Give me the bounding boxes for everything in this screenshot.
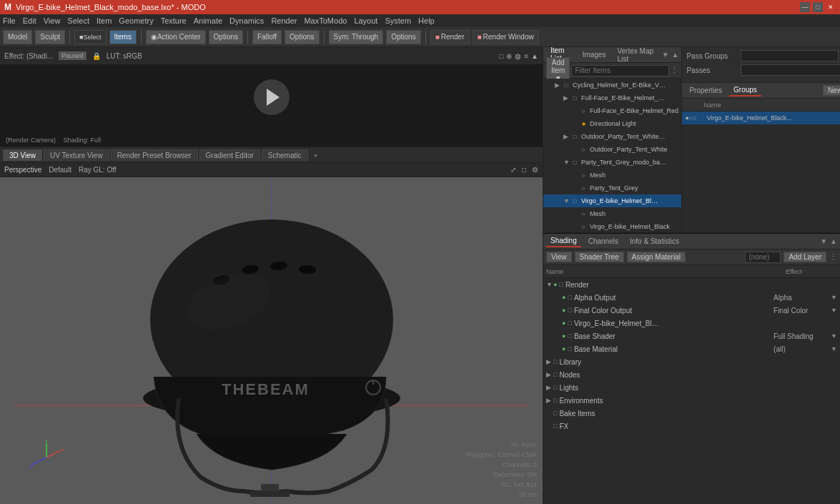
shading-row-nodes[interactable]: ▶ □ Nodes bbox=[543, 368, 840, 381]
tab-schematic[interactable]: Schematic bbox=[262, 149, 308, 161]
shading-content[interactable]: ▼ ● □ Render ● □ Alpha Output Alpha ▼ ● bbox=[543, 278, 840, 504]
shading-expand[interactable]: ▲ bbox=[830, 237, 837, 245]
item-row[interactable]: ▶ □ Full-Face_E-Bike_Helmet_Red_modo_ba.… bbox=[543, 92, 681, 104]
shading-filter-input[interactable] bbox=[745, 252, 781, 263]
render-btn[interactable]: ■ Render bbox=[430, 30, 470, 44]
item-row[interactable]: ▼ □ Party_Tent_Grey_modo_base.lxo* bbox=[543, 156, 681, 169]
assign-material-btn[interactable]: Assign Material bbox=[627, 252, 686, 262]
item-row[interactable]: ▶ □ Cycling_Helmet_for_E-Bike_Virgo_Whi.… bbox=[543, 79, 681, 92]
menu-dynamics[interactable]: Dynamics bbox=[229, 16, 264, 25]
viewport-type[interactable]: Perspective bbox=[4, 166, 41, 174]
effect-arrow2[interactable]: ▼ bbox=[831, 307, 837, 314]
menu-select[interactable]: Select bbox=[67, 16, 89, 25]
symmetry-btn[interactable]: Sym: Through bbox=[329, 30, 384, 44]
shading-row-basematerial[interactable]: ● □ Base Material (all) ▼ bbox=[543, 342, 840, 355]
effect-arrow4[interactable]: ▼ bbox=[831, 345, 837, 352]
tab-vertex-map[interactable]: Vertex Map List bbox=[613, 46, 658, 64]
tab-images[interactable]: Images bbox=[578, 49, 611, 60]
filter-items-input[interactable] bbox=[571, 65, 669, 76]
shading-collapse[interactable]: ▼ bbox=[820, 237, 827, 245]
item-row[interactable]: ○ Full-Face_E-Bike_Helmet_Red bbox=[543, 104, 681, 117]
render-icon4[interactable]: ≡ bbox=[524, 52, 528, 60]
menu-render[interactable]: Render bbox=[271, 16, 297, 25]
render-icon2[interactable]: ⊕ bbox=[506, 52, 512, 60]
close-btn[interactable]: ✕ bbox=[826, 2, 836, 12]
action-center-btn[interactable]: ◉ Action Center bbox=[146, 30, 206, 44]
shading-row-fx[interactable]: □ FX bbox=[543, 420, 840, 433]
item-row[interactable]: ○ Virgo_E-bike_Helmet_Black bbox=[543, 220, 681, 232]
minimize-btn[interactable]: — bbox=[800, 2, 810, 12]
select-btn[interactable]: ■ Select bbox=[74, 30, 106, 44]
options3-btn[interactable]: Options bbox=[386, 30, 420, 44]
render-icon1[interactable]: □ bbox=[499, 52, 503, 60]
panel-collapse[interactable]: ▼ bbox=[662, 51, 669, 59]
menu-system[interactable]: System bbox=[385, 16, 411, 25]
item-row[interactable]: ▼ □ Virgo_E-bike_Helmet_Black_modo... bbox=[543, 194, 681, 207]
shading-row-finalcolor[interactable]: ● □ Final Color Output Final Color ▼ bbox=[543, 304, 840, 317]
shading-options[interactable]: ⋮ bbox=[829, 252, 837, 262]
item-row[interactable]: ○ Mesh bbox=[543, 207, 681, 220]
item-row[interactable]: ○ Party_Tent_Grey bbox=[543, 182, 681, 194]
options2-btn[interactable]: Options bbox=[285, 30, 319, 44]
effect-arrow3[interactable]: ▼ bbox=[831, 332, 837, 340]
item-row[interactable]: ▶ □ Outdoor_Party_Tent_White_modo_base..… bbox=[543, 130, 681, 143]
menu-help[interactable]: Help bbox=[418, 16, 435, 25]
menu-layout[interactable]: Layout bbox=[354, 16, 377, 25]
tab-3d-view[interactable]: 3D View bbox=[3, 149, 42, 161]
viewport-3d[interactable]: THEBEAM X Y Z bbox=[0, 177, 543, 504]
group-item[interactable]: ●○○ Virgo_E-bike_Helmet_Black... bbox=[682, 112, 840, 124]
tab-properties[interactable]: Properties bbox=[685, 85, 726, 96]
tab-add[interactable]: + bbox=[310, 149, 322, 161]
items-btn[interactable]: Items bbox=[109, 30, 137, 44]
mode-model-btn[interactable]: Model bbox=[3, 30, 32, 44]
tab-gradient-editor[interactable]: Gradient Editor bbox=[199, 149, 260, 161]
options1-btn[interactable]: Options bbox=[209, 30, 243, 44]
shading-row-alpha[interactable]: ● □ Alpha Output Alpha ▼ bbox=[543, 291, 840, 304]
shader-tree-btn[interactable]: Shader Tree bbox=[575, 252, 624, 262]
add-layer-btn[interactable]: Add Layer bbox=[784, 252, 826, 262]
menu-edit[interactable]: Edit bbox=[23, 16, 36, 25]
new-group-btn[interactable]: New Group bbox=[823, 85, 840, 96]
menu-maxtomodo[interactable]: MaxToModo bbox=[304, 16, 347, 25]
shading-row-library[interactable]: ▶ □ Library bbox=[543, 355, 840, 368]
tab-groups[interactable]: Groups bbox=[729, 84, 761, 97]
item-row[interactable]: ○ Mesh bbox=[543, 169, 681, 182]
falloff-btn[interactable]: Falloff bbox=[252, 30, 282, 44]
item-list-content[interactable]: ▶ □ Cycling_Helmet_for_E-Bike_Virgo_Whi.… bbox=[543, 79, 681, 232]
item-row[interactable]: ★ Directional Light bbox=[543, 117, 681, 130]
viewport-ray[interactable]: Ray GL: Off bbox=[79, 166, 117, 174]
maximize-btn[interactable]: □ bbox=[813, 2, 823, 12]
effect-arrow[interactable]: ▼ bbox=[831, 294, 837, 301]
tab-shading[interactable]: Shading bbox=[546, 235, 581, 247]
viewport-fit[interactable]: □ bbox=[522, 166, 526, 174]
tab-info-stats[interactable]: Info & Statistics bbox=[626, 236, 683, 247]
menu-texture[interactable]: Texture bbox=[161, 16, 187, 25]
menu-geometry[interactable]: Geometry bbox=[119, 16, 153, 25]
tab-render-preset[interactable]: Render Preset Browser bbox=[111, 149, 198, 161]
shading-row-baseshader[interactable]: ● □ Base Shader Full Shading ▼ bbox=[543, 330, 840, 342]
shading-row-render[interactable]: ▼ ● □ Render bbox=[543, 278, 840, 291]
passes-input[interactable] bbox=[741, 64, 840, 76]
viewport-settings[interactable]: ⚙ bbox=[532, 166, 538, 174]
render-icon5[interactable]: ▲ bbox=[531, 52, 538, 60]
menu-file[interactable]: File bbox=[3, 16, 16, 25]
pass-groups-input[interactable] bbox=[741, 50, 839, 61]
item-row[interactable]: ○ Outdoor_Party_Tent_White bbox=[543, 143, 681, 156]
filter-options[interactable]: ⋮ bbox=[671, 66, 678, 75]
viewport-preset[interactable]: Default bbox=[49, 166, 71, 174]
play-button[interactable] bbox=[254, 79, 290, 115]
menu-animate[interactable]: Animate bbox=[194, 16, 222, 25]
tab-channels[interactable]: Channels bbox=[584, 236, 623, 247]
panel-expand[interactable]: ▲ bbox=[672, 51, 679, 59]
shading-row-lights[interactable]: ▶ □ Lights bbox=[543, 381, 840, 394]
menu-view[interactable]: View bbox=[44, 16, 61, 25]
shading-row-virgo[interactable]: ● □ Virgo_E-bike_Helmet_Black_... bbox=[543, 317, 840, 330]
render-window-btn[interactable]: ■ Render Window bbox=[473, 30, 539, 44]
view-btn[interactable]: View bbox=[546, 252, 572, 262]
shading-row-bakeitems[interactable]: □ Bake Items bbox=[543, 407, 840, 420]
mode-sculpt-btn[interactable]: Sculpt bbox=[35, 30, 65, 44]
viewport-maximize[interactable]: ⤢ bbox=[510, 166, 516, 174]
menu-item[interactable]: Item bbox=[97, 16, 112, 25]
render-icon3[interactable]: ◍ bbox=[515, 52, 521, 60]
shading-row-environments[interactable]: ▶ □ Environments bbox=[543, 394, 840, 407]
